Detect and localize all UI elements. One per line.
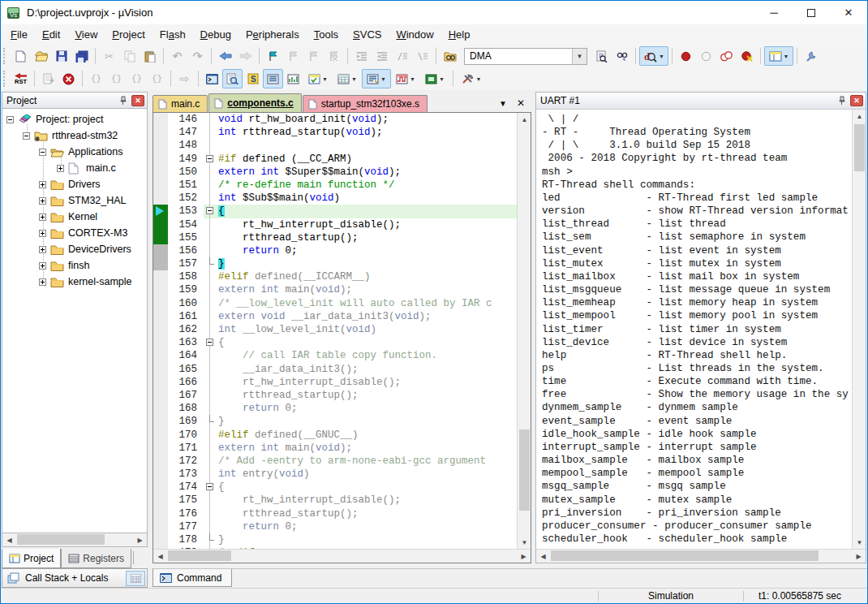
paste-button[interactable] (140, 46, 160, 66)
pin-icon[interactable] (835, 95, 848, 106)
resize-grip[interactable] (856, 589, 867, 603)
save-button[interactable] (51, 46, 71, 66)
watch-window-button[interactable]: ▼ (303, 69, 333, 88)
bottom-tab-registers[interactable]: Registers (61, 549, 131, 568)
tree-item-kernel[interactable]: Kernel (2, 209, 147, 225)
uart-output[interactable]: \ | / - RT - Thread Operating System / |… (536, 110, 852, 549)
menu-help[interactable]: Help (441, 26, 478, 43)
uart-hscrollbar[interactable]: ◀ ▶ (536, 549, 866, 563)
editor-hscrollbar[interactable]: ◀ ▶ (153, 549, 531, 563)
new-file-button[interactable] (11, 46, 31, 66)
menu-debug[interactable]: Debug (193, 26, 238, 43)
fold-margin[interactable] (204, 336, 216, 349)
expand-icon[interactable] (39, 181, 46, 188)
find-doc-button[interactable] (591, 46, 612, 66)
menu-flash[interactable]: Flash (153, 26, 193, 43)
expand-icon[interactable] (39, 214, 46, 221)
collapse-icon[interactable] (6, 116, 14, 123)
editor-tab-components-c[interactable]: components.c (208, 93, 301, 112)
open-folder-button[interactable] (31, 46, 51, 66)
find-in-files-folder-button[interactable] (440, 46, 460, 66)
close-button[interactable]: ✕ (830, 1, 867, 24)
uart-panel-close-icon[interactable]: ✕ (850, 95, 863, 106)
pin-icon[interactable] (116, 95, 129, 106)
project-hscrollbar[interactable]: ◀ ▶ (2, 533, 148, 547)
menu-file[interactable]: File (3, 26, 35, 43)
serial-windows-button[interactable]: ▼ (362, 69, 391, 88)
maximize-button[interactable] (793, 1, 830, 24)
minimize-button[interactable]: ─ (755, 1, 793, 24)
tree-item-main-c[interactable]: main.c (2, 160, 147, 176)
editor-tab-main-c[interactable]: main.c (153, 95, 208, 112)
scroll-down-icon[interactable]: ▼ (518, 536, 531, 549)
command-window-button[interactable] (202, 69, 222, 88)
command-tab[interactable]: Command (153, 569, 232, 587)
tab-list-icon[interactable]: ▼ (499, 99, 507, 108)
menu-svcs[interactable]: SVCS (346, 26, 389, 43)
breakpoint-kill-button[interactable] (737, 46, 757, 66)
debug-session-button[interactable]: d▼ (639, 46, 668, 66)
tree-item-finsh[interactable]: finsh (2, 257, 147, 274)
expand-icon[interactable] (57, 165, 64, 172)
tree-item-drivers[interactable]: Drivers (2, 176, 147, 192)
editor-vscrollbar[interactable]: ▲ ▼ (517, 113, 531, 549)
scroll-right-icon[interactable]: ▶ (852, 550, 866, 563)
scroll-left-icon[interactable]: ◀ (536, 550, 550, 563)
scroll-left-icon[interactable]: ◀ (2, 534, 16, 546)
tree-item-applications[interactable]: Applications (2, 144, 147, 160)
close-file-icon[interactable]: ✕ (517, 97, 525, 109)
window-layout-button[interactable]: ▼ (764, 46, 793, 66)
expand-icon[interactable] (39, 230, 46, 237)
expand-icon[interactable] (39, 278, 46, 286)
tree-item-cortex-m3[interactable]: CORTEX-M3 (2, 225, 147, 241)
breakpoint-set-button[interactable] (676, 46, 696, 66)
expand-icon[interactable] (39, 197, 46, 205)
bookmark-button[interactable] (263, 46, 283, 66)
menu-edit[interactable]: Edit (35, 26, 67, 43)
nav-back-button[interactable] (215, 46, 235, 66)
menu-window[interactable]: Window (389, 26, 440, 43)
editor-tab-startup-stm32f103xe-s[interactable]: startup_stm32f103xe.s (303, 95, 428, 112)
fold-margin[interactable] (204, 481, 216, 494)
scroll-down-icon[interactable]: ▼ (853, 536, 866, 549)
scroll-up-icon[interactable]: ▲ (853, 110, 866, 123)
project-panel-close-icon[interactable]: ✕ (131, 95, 144, 106)
bottom-tab-project[interactable]: Project (2, 549, 61, 568)
tree-item-devicedrivers[interactable]: DeviceDrivers (2, 241, 147, 257)
tree-item-stm32-hal[interactable]: STM32_HAL (2, 192, 147, 209)
menu-project[interactable]: Project (105, 26, 152, 43)
tree-item-project-project[interactable]: Project: project (2, 111, 147, 127)
toolbox-button[interactable]: ▼ (457, 69, 486, 88)
menu-peripherals[interactable]: Peripherals (238, 26, 307, 43)
collapse-icon[interactable] (39, 149, 46, 156)
configure-wrench-button[interactable] (801, 46, 821, 66)
stop-button[interactable] (58, 69, 79, 88)
target-select-combobox[interactable]: DMA▼ (464, 48, 587, 65)
symbols-window-button[interactable]: S (243, 69, 263, 88)
system-viewer-button[interactable]: ▼ (420, 69, 449, 88)
save-all-button[interactable] (71, 46, 92, 66)
tree-item-rtthread-stm32[interactable]: rtthread-stm32 (2, 127, 147, 144)
breakpoint-clear-button[interactable] (696, 46, 716, 66)
menu-tools[interactable]: Tools (307, 26, 346, 43)
memory-window-button[interactable]: ▼ (333, 69, 362, 88)
uart-vscrollbar[interactable]: ▲ ▼ (852, 110, 866, 549)
scroll-right-icon[interactable]: ▶ (517, 550, 531, 563)
breakpoint-enable-button[interactable] (716, 46, 737, 66)
fold-margin[interactable] (204, 153, 216, 166)
disassembly-window-button[interactable] (222, 69, 243, 88)
call-stack-bar[interactable]: Call Stack + Locals (2, 568, 148, 588)
fold-margin[interactable] (204, 205, 216, 218)
scroll-up-icon[interactable]: ▲ (518, 113, 531, 126)
serial-window-button[interactable] (263, 69, 283, 88)
expand-icon[interactable] (39, 246, 46, 253)
expand-icon[interactable] (39, 262, 46, 270)
collapse-icon[interactable] (23, 132, 30, 140)
logic-analyzer-button[interactable]: ▼ (391, 69, 420, 88)
menu-view[interactable]: View (67, 26, 105, 43)
incremental-find-button[interactable] (612, 46, 632, 66)
view-toggle-button[interactable] (126, 571, 145, 586)
reset-button[interactable]: RST (11, 69, 31, 88)
tree-item-kernel-sample[interactable]: kernel-sample (2, 274, 147, 290)
scroll-left-icon[interactable]: ◀ (153, 550, 167, 563)
